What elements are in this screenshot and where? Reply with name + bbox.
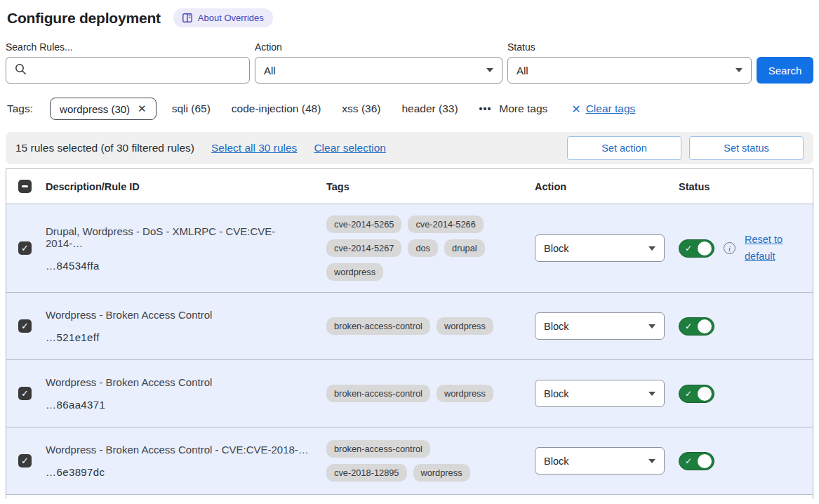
toggle-knob xyxy=(698,319,712,333)
description-cell: Wordpress - Broken Access Control …86aa4… xyxy=(46,376,326,411)
filter-bar: Search Rules... Action All Status All Se… xyxy=(6,41,813,84)
rule-tag-pill: wordpress xyxy=(437,385,493,402)
about-overrides-label: About Overrides xyxy=(198,13,264,23)
tag-filter[interactable]: xss (36) xyxy=(342,102,380,115)
action-select[interactable]: Block xyxy=(535,447,665,475)
clear-icon: ✕ xyxy=(571,102,580,116)
status-cell: ✓ xyxy=(679,385,813,403)
column-header-tags: Tags xyxy=(326,181,535,192)
action-filter-label: Action xyxy=(255,41,502,53)
clear-selection-link[interactable]: Clear selection xyxy=(314,142,386,154)
row-checkbox[interactable]: ✓ xyxy=(18,387,32,400)
column-header-action: Action xyxy=(535,181,679,192)
more-tags-label: More tags xyxy=(499,102,547,115)
status-toggle[interactable]: ✓ xyxy=(679,385,714,403)
clear-tags-link[interactable]: ✕ Clear tags xyxy=(571,102,635,116)
rule-id: …84534ffa xyxy=(46,260,309,272)
toggle-knob xyxy=(698,387,712,401)
set-action-button[interactable]: Set action xyxy=(567,136,681,160)
row-checkbox-cell: ✓ xyxy=(6,319,46,333)
column-header-status: Status xyxy=(679,181,813,192)
rule-tag-pill: cve-2014-5266 xyxy=(408,215,483,233)
rule-id: …6e3897dc xyxy=(46,466,309,478)
chevron-down-icon xyxy=(648,392,655,396)
toggle-check-icon: ✓ xyxy=(685,244,692,253)
action-select-value: Block xyxy=(544,388,568,399)
action-filter-select[interactable]: All xyxy=(255,57,502,84)
action-select-value: Block xyxy=(544,321,568,332)
action-select[interactable]: Block xyxy=(535,380,665,407)
action-select[interactable]: Block xyxy=(535,234,665,262)
action-cell: Block xyxy=(535,312,679,340)
set-status-button[interactable]: Set status xyxy=(689,136,804,160)
search-label: Search Rules... xyxy=(6,41,250,53)
configure-deployment-page: Configure deployment About Overrides Sea… xyxy=(0,0,819,499)
remove-tag-icon[interactable]: ✕ xyxy=(138,102,147,115)
tags-filter-row: Tags: wordpress (30) ✕ sqli (65)code-inj… xyxy=(7,98,813,120)
check-mark: ✓ xyxy=(21,244,29,253)
chevron-down-icon xyxy=(648,246,655,251)
tag-filter[interactable]: code-injection (48) xyxy=(232,102,321,115)
rule-tags: broken-access-controlcve-2018-12895wordp… xyxy=(326,440,503,482)
search-button[interactable]: Search xyxy=(757,57,813,84)
tag-filter[interactable]: sqli (65) xyxy=(172,102,211,115)
rule-tag-pill: drupal xyxy=(444,239,485,257)
reset-to-default-link[interactable]: Reset to default xyxy=(745,232,790,264)
rule-description: Wordpress - Broken Access Control - CVE:… xyxy=(46,444,309,456)
action-cell: Block xyxy=(535,234,679,262)
table-row: ✓ Wordpress - Broken Access Control - CV… xyxy=(6,427,813,495)
status-filter-value: All xyxy=(517,65,528,77)
select-all-link[interactable]: Select all 30 rules xyxy=(211,142,297,154)
status-cell: ✓ xyxy=(679,452,813,470)
table-row: ✓ Wordpress - Broken Access Control …86a… xyxy=(6,360,813,427)
info-icon[interactable]: i xyxy=(724,242,735,254)
about-overrides-badge[interactable]: About Overrides xyxy=(173,8,273,27)
check-mark: ✓ xyxy=(21,389,29,398)
description-cell: Wordpress - Broken Access Control …521e1… xyxy=(46,309,326,343)
page-header: Configure deployment About Overrides xyxy=(7,8,813,27)
action-cell: Block xyxy=(535,447,679,475)
status-cell: ✓ i Reset to default xyxy=(679,232,813,264)
ellipsis-icon: ••• xyxy=(479,103,492,114)
row-checkbox[interactable]: ✓ xyxy=(18,454,32,467)
status-toggle[interactable]: ✓ xyxy=(679,239,714,258)
description-cell: Wordpress - Broken Access Control - CVE:… xyxy=(46,444,326,478)
row-checkbox[interactable]: ✓ xyxy=(18,241,32,255)
rule-tags: broken-access-controlwordpress xyxy=(326,385,503,402)
description-cell: Drupal, Wordpress - DoS - XMLRPC - CVE:C… xyxy=(46,225,326,272)
search-input-box[interactable] xyxy=(6,57,250,84)
check-mark: ✓ xyxy=(21,456,29,465)
rules-table: Description/Rule ID Tags Action Status ✓… xyxy=(6,168,813,499)
rule-tag-pill: broken-access-control xyxy=(326,317,430,335)
chevron-down-icon xyxy=(648,324,655,329)
selection-bar: 15 rules selected (of 30 filtered rules)… xyxy=(6,132,813,164)
action-select-value: Block xyxy=(544,243,568,254)
rule-tag-pill: wordpress xyxy=(437,317,493,335)
page-title: Configure deployment xyxy=(7,10,161,27)
status-filter-select[interactable]: All xyxy=(507,57,752,84)
status-filter-label: Status xyxy=(507,41,752,53)
search-input[interactable] xyxy=(33,65,241,77)
chevron-down-icon xyxy=(735,68,743,72)
toggle-check-icon: ✓ xyxy=(685,456,692,466)
rule-tags: broken-access-controlwordpress xyxy=(326,317,503,335)
chevron-down-icon xyxy=(648,459,655,463)
action-cell: Block xyxy=(535,380,679,407)
rule-tag-pill: broken-access-control xyxy=(326,385,430,402)
bulk-actions: Set action Set status xyxy=(567,136,804,160)
book-icon xyxy=(182,13,192,22)
action-select[interactable]: Block xyxy=(535,312,665,340)
status-toggle[interactable]: ✓ xyxy=(679,452,714,470)
row-checkbox[interactable]: ✓ xyxy=(18,319,32,333)
status-toggle[interactable]: ✓ xyxy=(679,317,714,336)
selected-tag-chip[interactable]: wordpress (30) ✕ xyxy=(50,98,157,120)
status-filter-field: Status All xyxy=(507,41,752,84)
rule-description: Wordpress - Broken Access Control xyxy=(46,309,309,321)
header-checkbox-cell xyxy=(6,180,46,193)
select-all-checkbox[interactable] xyxy=(18,180,32,193)
tag-filter-list: sqli (65)code-injection (48)xss (36)head… xyxy=(172,102,458,115)
indeterminate-mark xyxy=(22,185,28,187)
table-cutoff xyxy=(6,495,813,499)
more-tags-button[interactable]: ••• More tags xyxy=(479,102,548,115)
tag-filter[interactable]: header (33) xyxy=(401,102,458,115)
